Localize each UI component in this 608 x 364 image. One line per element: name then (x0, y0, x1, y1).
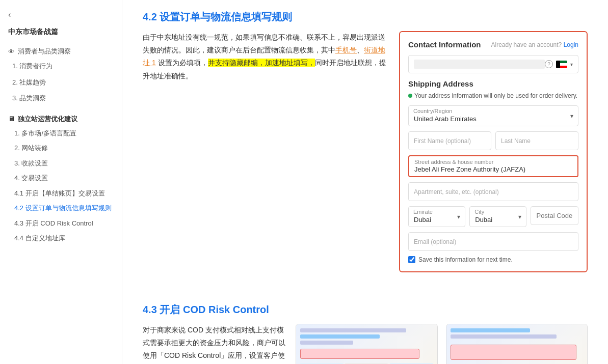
cod-text-block: 对于商家来说 COD 支付模式相对线上支付模式需要承担更大的资金压力和风险，商户… (143, 324, 285, 364)
sidebar-item-social-trend[interactable]: 2. 社媒趋势 (0, 74, 122, 91)
cod-content-row: 对于商家来说 COD 支付模式相对线上支付模式需要承担更大的资金压力和风险，商户… (143, 324, 588, 364)
section-42: 4.2 设置订单与物流信息填写规则 Contact Information Al… (143, 10, 588, 283)
login-link[interactable]: Login (564, 41, 578, 48)
street-address-field[interactable]: Street address & house number (408, 155, 578, 177)
contact-form-panel: Contact Information Already have an acco… (399, 31, 588, 272)
postal-input[interactable] (531, 206, 578, 225)
email-field-row[interactable] (408, 232, 578, 251)
section-43: 4.3 开启 COD Risk Control 对于商家来说 COD 支付模式相… (143, 303, 588, 364)
sidebar-item-consumer-behavior[interactable]: 1. 消费者行为 (0, 58, 122, 74)
main-content: 4.2 设置订单与物流信息填写规则 Contact Information Al… (122, 0, 608, 364)
section2-title: 🖥 独立站运营优化建议 (0, 110, 122, 126)
uae-flag-icon (556, 61, 567, 68)
emirate-select-row[interactable]: Emirate Dubai ▾ (408, 206, 465, 227)
name-fields-row (408, 131, 578, 150)
sidebar-item-multimarket[interactable]: 1. 多市场/多语言配置 (0, 126, 122, 141)
email-input[interactable] (408, 232, 578, 251)
apt-input[interactable] (408, 182, 578, 201)
contact-info-title: Contact Information (408, 40, 481, 49)
sidebar-title: 中东市场备战篇 (0, 25, 122, 43)
account-text: Already have an account? Login (491, 41, 578, 48)
cod-bar-1 (300, 328, 406, 332)
cod-screenshot-1 (296, 324, 438, 364)
save-info-row: Save this information for next time. (408, 256, 578, 263)
question-icon[interactable]: ? (545, 60, 553, 68)
cod-paragraph: 对于商家来说 COD 支付模式相对线上支付模式需要承担更大的资金压力和风险，商户… (143, 324, 285, 364)
city-select-row[interactable]: City Dubai ▾ (469, 206, 526, 227)
back-button[interactable]: ‹ (0, 8, 122, 25)
section1-title: 👁 消费者与品类洞察 (0, 43, 122, 58)
heading-main: 设置订单与物流信息填写规则 (160, 11, 292, 22)
yellow-highlight: 并支持隐藏邮编，加速地址填写， (208, 59, 315, 67)
sidebar-item-4-4[interactable]: 4.4 自定义地址库 (0, 231, 122, 246)
cod-bar2-2 (451, 334, 557, 339)
sidebar-item-payment[interactable]: 3. 收款设置 (0, 156, 122, 171)
monitor-icon: 🖥 (8, 115, 15, 123)
cod-highlight (300, 349, 419, 359)
section-43-heading: 4.3 开启 COD Risk Control (143, 303, 588, 317)
phone-input-icons: ? ▾ (545, 60, 573, 68)
city-label: City (474, 209, 484, 215)
section-42-heading: 4.2 设置订单与物流信息填写规则 (143, 10, 588, 24)
first-name-field[interactable] (408, 131, 491, 150)
sidebar: ‹ 中东市场备战篇 👁 消费者与品类洞察 1. 消费者行为 2. 社媒趋势 3.… (0, 0, 122, 364)
first-name-input[interactable] (408, 131, 491, 150)
cod-screenshot-2 (446, 324, 588, 364)
shipping-info: Your address information will only be us… (408, 92, 578, 99)
street-input-wrapper: Street address & house number (408, 155, 578, 177)
cod-bar-3 (300, 341, 353, 345)
phone-highlight: 手机号 (335, 46, 357, 54)
cod-bar2-1 (451, 328, 530, 332)
emirate-label: Emirate (413, 209, 433, 215)
phone-input[interactable] (414, 60, 545, 69)
postal-field[interactable] (531, 206, 578, 227)
flag-dropdown-icon[interactable]: ▾ (570, 62, 573, 67)
save-label: Save this information for next time. (418, 256, 513, 263)
cod-bar-2 (300, 334, 380, 339)
last-name-field[interactable] (495, 131, 578, 150)
cod-screenshots (296, 324, 588, 364)
green-dot-icon (408, 94, 412, 98)
shipping-section: Shipping Address Your address informatio… (408, 79, 578, 263)
shipping-title: Shipping Address (408, 79, 578, 88)
last-name-input[interactable] (495, 131, 578, 150)
cod-img-inner-1 (296, 324, 437, 364)
street-label: Street address & house number (414, 159, 493, 165)
sidebar-item-transaction[interactable]: 4. 交易设置 (0, 171, 122, 186)
sidebar-item-4-3[interactable]: 4.3 开启 COD Risk Control (0, 216, 122, 231)
sidebar-item-category-insight[interactable]: 3. 品类洞察 (0, 90, 122, 106)
sidebar-item-4-2[interactable]: 4.2 设置订单与物流信息填写规则 (0, 201, 122, 216)
eyes-icon: 👁 (8, 48, 15, 55)
country-label: Country/Region (413, 108, 452, 114)
sidebar-item-decoration[interactable]: 2. 网站装修 (0, 141, 122, 156)
cod-img-inner-2 (446, 324, 588, 364)
sidebar-item-4-1[interactable]: 4.1 开启【单结账页】交易设置 (0, 186, 122, 201)
cod-error-box (451, 345, 576, 360)
heading-num: 4.2 (143, 11, 157, 22)
save-checkbox[interactable] (408, 256, 415, 263)
phone-input-row[interactable]: ? ▾ (408, 55, 578, 73)
back-arrow-icon: ‹ (8, 10, 11, 19)
form-panel-header: Contact Information Already have an acco… (408, 40, 578, 49)
country-select-row[interactable]: Country/Region United Arab Emirates ▾ (408, 105, 578, 126)
location-fields-row: Emirate Dubai ▾ City Dubai ▾ (408, 206, 578, 227)
apt-field[interactable] (408, 182, 578, 201)
